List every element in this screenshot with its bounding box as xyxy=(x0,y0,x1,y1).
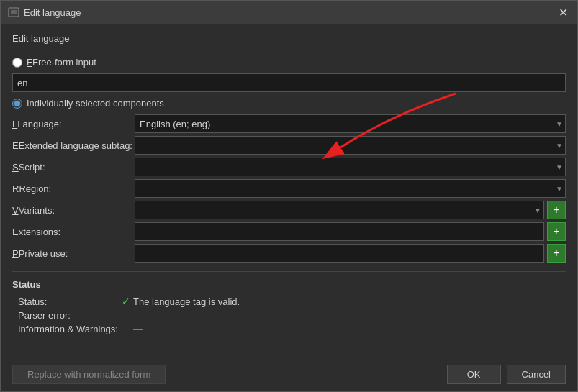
status-key: Status: xyxy=(18,296,119,307)
freeform-input[interactable] xyxy=(12,73,566,92)
language-select[interactable]: English (en; eng) xyxy=(135,114,566,133)
variants-select[interactable] xyxy=(135,201,544,219)
status-grid: Status: ✓ The language tag is valid. Par… xyxy=(12,296,566,334)
private-label: PPrivate use: xyxy=(12,245,135,262)
language-select-wrapper: English (en; eng) ▼ xyxy=(135,114,566,133)
ok-button[interactable]: OK xyxy=(447,365,501,384)
freeform-radio-label[interactable]: FFree-form input xyxy=(27,57,96,68)
dialog-footer: Replace with normalized form OK Cancel xyxy=(1,357,577,391)
status-value: The language tag is valid. xyxy=(133,296,566,307)
dialog-body: Edit language FFree-form input Individua… xyxy=(1,24,577,357)
private-control: + xyxy=(135,244,566,263)
status-check-icon: ✓ xyxy=(119,296,133,307)
script-label: SScript: xyxy=(12,159,135,176)
language-control: English (en; eng) ▼ xyxy=(135,114,566,133)
radio-group: FFree-form input Individually selected c… xyxy=(12,57,566,263)
info-key: Information & Warnings: xyxy=(18,324,119,334)
private-input[interactable] xyxy=(135,244,544,263)
footer-left: Replace with normalized form xyxy=(12,365,166,384)
parser-value: — xyxy=(133,310,566,321)
extended-control: ▼ xyxy=(135,136,566,155)
cancel-button[interactable]: Cancel xyxy=(507,365,566,384)
form-grid: LLanguage: English (en; eng) ▼ EExtended… xyxy=(12,114,566,263)
info-value: — xyxy=(133,324,566,334)
language-label: LLanguage: xyxy=(12,116,135,132)
extended-select-wrapper: ▼ xyxy=(135,136,566,155)
extended-label: EExtended language subtag: xyxy=(12,137,135,154)
variants-add-button[interactable]: + xyxy=(547,201,566,219)
script-control: ▼ xyxy=(135,158,566,176)
footer-right: OK Cancel xyxy=(447,365,566,384)
script-select-wrapper: ▼ xyxy=(135,158,566,176)
region-label: RRegion: xyxy=(12,181,135,197)
freeform-radio-row: FFree-form input xyxy=(12,57,566,68)
variants-control: ▼ + xyxy=(135,201,566,219)
individual-radio-label[interactable]: Individually selected components xyxy=(27,98,164,109)
region-select-wrapper: ▼ xyxy=(135,179,566,198)
svg-rect-0 xyxy=(9,8,19,17)
replace-normalized-button[interactable]: Replace with normalized form xyxy=(12,365,166,384)
freeform-radio[interactable] xyxy=(12,58,22,68)
parser-key: Parser error: xyxy=(18,310,119,321)
script-select[interactable] xyxy=(135,158,566,176)
extensions-input[interactable] xyxy=(135,222,544,241)
variants-label: VVariants: xyxy=(12,202,135,219)
individual-radio-row: Individually selected components xyxy=(12,98,566,109)
extended-select[interactable] xyxy=(135,136,566,155)
extensions-control: + xyxy=(135,222,566,241)
dialog-title: Edit language xyxy=(24,7,81,18)
individual-radio[interactable] xyxy=(12,99,22,109)
form-section-title: Edit language xyxy=(12,33,566,44)
close-button[interactable]: ✕ xyxy=(556,5,570,19)
extensions-label: Extensions: xyxy=(12,224,135,240)
region-select[interactable] xyxy=(135,179,566,198)
variants-select-wrapper: ▼ xyxy=(135,201,544,219)
title-bar: Edit language ✕ xyxy=(1,1,577,24)
dialog-icon xyxy=(8,6,19,18)
extensions-add-button[interactable]: + xyxy=(547,222,566,241)
private-add-button[interactable]: + xyxy=(547,244,566,263)
status-section: Status Status: ✓ The language tag is val… xyxy=(12,271,566,334)
region-control: ▼ xyxy=(135,179,566,198)
status-section-title: Status xyxy=(12,279,566,290)
